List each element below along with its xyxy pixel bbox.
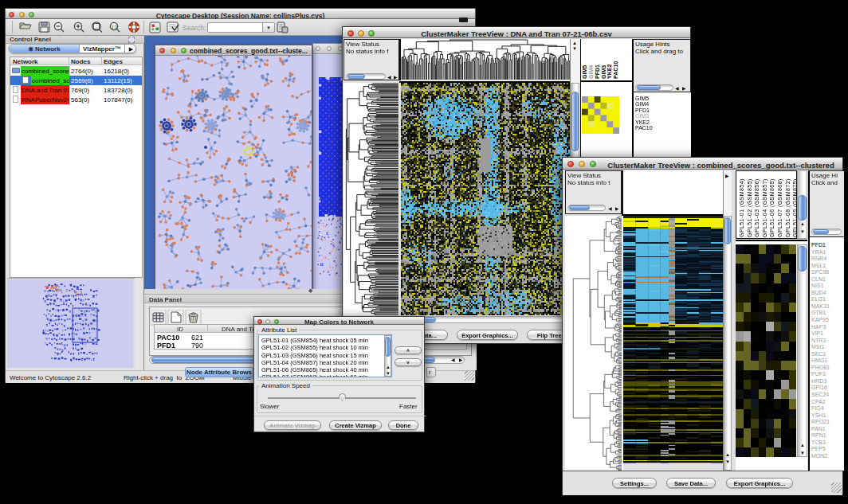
svg-text:1:1: 1:1 (112, 25, 117, 29)
